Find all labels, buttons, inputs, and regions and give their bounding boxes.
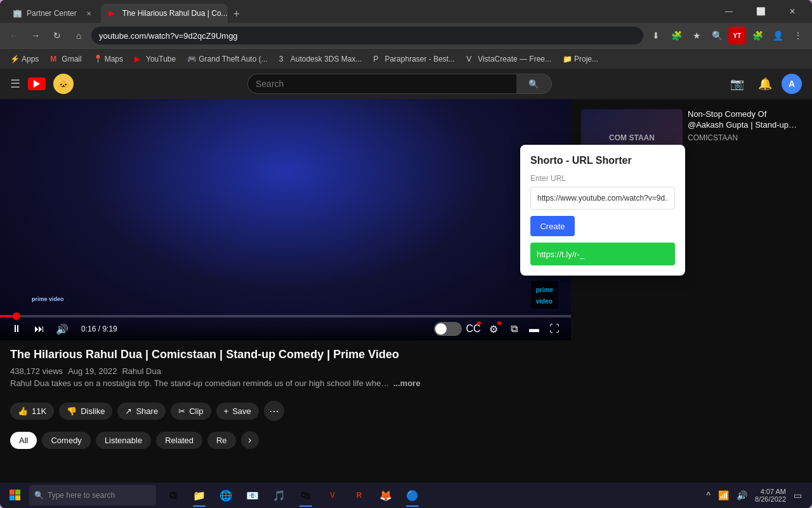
taskbar-app-ext1[interactable]: V — [320, 483, 345, 508]
dislike-button[interactable]: 👎 Dislike — [59, 403, 112, 420]
taskbar-app-edge[interactable]: 🔵 — [400, 483, 425, 508]
taskbar-app-explorer[interactable]: 📁 — [187, 483, 212, 508]
theater-mode-button[interactable]: ▬ — [525, 320, 543, 338]
taskbar: 🔍 Type here to search ⧉ 📁 🌐 📧 🎵 🛍 — [0, 483, 812, 508]
category-pills: All Comedy Listenable Related Re › — [0, 426, 571, 454]
volume-button[interactable]: 🔊 — [53, 320, 71, 338]
taskbar-chevron[interactable]: ^ — [704, 490, 713, 500]
user-avatar[interactable]: A — [782, 74, 802, 94]
taskbar-app-ext3[interactable]: 🦊 — [373, 483, 398, 508]
gmail-icon: M — [50, 55, 59, 64]
sidebar-video-info: Non-Stop Comedy Of @Aakash Gupta | Stand… — [688, 109, 802, 166]
like-button[interactable]: 👍 11K — [10, 403, 54, 420]
back-button[interactable]: ← — [5, 27, 23, 44]
youtube-logo[interactable] — [28, 77, 46, 90]
favorites-icon[interactable]: ★ — [688, 27, 705, 44]
yt-extension[interactable]: YT — [728, 27, 746, 44]
bookmark-gmail[interactable]: M Gmail — [45, 51, 86, 67]
extension-icon[interactable]: 🧩 — [667, 27, 685, 44]
sidebar-channel: COMICSTAAN — [688, 133, 802, 142]
next-button[interactable]: ⏭ — [30, 320, 48, 338]
hamburger-menu[interactable]: ☰ — [10, 77, 20, 91]
search-button[interactable]: 🔍 — [516, 74, 552, 94]
like-icon: 👍 — [18, 406, 28, 416]
pill-related[interactable]: Related — [156, 432, 202, 449]
tab-youtube[interactable]: ▶ The Hilarious Rahul Dua | Co... ✕ — [101, 4, 228, 23]
search-box: 🔍 — [247, 74, 552, 94]
start-button[interactable] — [3, 483, 28, 508]
pill-all[interactable]: All — [10, 432, 37, 449]
pill-comedy[interactable]: Comedy — [42, 432, 90, 449]
bookmark-maps[interactable]: 📍 Maps — [88, 51, 128, 67]
dislike-icon: 👎 — [67, 406, 77, 416]
download-icon[interactable]: ⬇ — [647, 27, 665, 44]
close-button[interactable]: ✕ — [778, 2, 807, 21]
menu-icon[interactable]: ⋮ — [789, 27, 807, 44]
share-button[interactable]: ↗ Share — [117, 403, 166, 420]
autoplay-toggle[interactable] — [434, 322, 462, 336]
more-link[interactable]: ...more — [393, 378, 421, 388]
header-icons: 📷 🔔 A — [726, 72, 802, 95]
right-controls: CC ⚙ ⧉ ▬ ⛶ — [434, 320, 563, 338]
more-actions-button[interactable]: ⋯ — [264, 401, 284, 421]
pill-listenable[interactable]: Listenable — [96, 432, 151, 449]
bookmark-project[interactable]: 📁 Proje... — [558, 51, 603, 67]
zoom-icon[interactable]: 🔍 — [708, 27, 726, 44]
profile-icon[interactable]: 👤 — [769, 27, 787, 44]
tab-youtube-label: The Hilarious Rahul Dua | Co... — [122, 9, 228, 18]
bookmark-vistacreate[interactable]: V VistaCreate — Free... — [461, 51, 556, 67]
bookmark-gta[interactable]: 🎮 Grand Theft Auto (... — [182, 51, 273, 67]
maps-icon: 📍 — [93, 55, 102, 64]
play-pause-button[interactable]: ⏸ — [8, 320, 25, 338]
bell-icon[interactable]: 🔔 — [754, 72, 776, 95]
taskbar-app-task-view[interactable]: ⧉ — [160, 483, 185, 508]
like-count: 11K — [32, 406, 46, 416]
tab-strip: 🏢 Partner Center ✕ ▶ The Hilarious Rahul… — [5, 0, 712, 23]
taskbar-clock[interactable]: 4:07 AM 8/26/2022 — [752, 488, 789, 503]
taskbar-app-media[interactable]: 🎵 — [266, 483, 292, 508]
tab-partner-center[interactable]: 🏢 Partner Center ✕ — [5, 4, 101, 23]
bookmarks-bar: ⚡ Apps M Gmail 📍 Maps ▶ YouTube 🎮 Grand … — [0, 48, 812, 69]
cc-button[interactable]: CC — [464, 320, 482, 338]
taskbar-app-browser[interactable]: 🌐 — [213, 483, 239, 508]
volume-taskbar-icon[interactable]: 🔊 — [734, 490, 750, 500]
youtube-logo-icon — [28, 77, 46, 90]
bookmark-paraphraser[interactable]: P Paraphraser - Best... — [368, 51, 460, 67]
taskbar-app-ext2[interactable]: R — [346, 483, 372, 508]
shorto-create-button[interactable]: Create — [530, 216, 575, 236]
home-button[interactable]: ⌂ — [70, 27, 88, 44]
taskbar-right: ^ 📶 🔊 4:07 AM 8/26/2022 ▭ — [704, 488, 809, 503]
miniplayer-button[interactable]: ⧉ — [505, 320, 523, 338]
maximize-button[interactable]: ⬜ — [746, 2, 775, 21]
pills-next-button[interactable]: › — [241, 431, 259, 449]
shorto-url-input[interactable] — [530, 187, 675, 210]
tab-partner-close[interactable]: ✕ — [84, 9, 93, 18]
bookmark-3ds[interactable]: 3 Autodesk 3DS Max... — [274, 51, 367, 67]
taskbar-app-mail[interactable]: 📧 — [240, 483, 265, 508]
settings-button[interactable]: ⚙ — [485, 320, 502, 338]
network-icon[interactable]: 📶 — [716, 490, 731, 500]
new-tab-button[interactable]: + — [228, 5, 246, 23]
taskbar-apps: ⧉ 📁 🌐 📧 🎵 🛍 V R — [157, 483, 428, 508]
extensions-puzzle[interactable]: 🧩 — [749, 27, 766, 44]
dislike-label: Dislike — [81, 406, 105, 416]
address-input[interactable] — [91, 27, 643, 44]
forward-button[interactable]: → — [27, 27, 44, 44]
taskbar-search[interactable]: 🔍 Type here to search — [29, 485, 156, 505]
minimize-button[interactable]: — — [714, 2, 743, 21]
camera-icon[interactable]: 📷 — [726, 72, 749, 95]
pill-re[interactable]: Re — [207, 432, 236, 449]
bookmark-apps[interactable]: ⚡ Apps — [5, 51, 44, 67]
search-input[interactable] — [247, 74, 516, 94]
show-desktop-button[interactable]: ▭ — [791, 490, 804, 500]
taskbar-app-store[interactable]: 🛍 — [293, 483, 318, 508]
bookmark-youtube[interactable]: ▶ YouTube — [129, 51, 181, 67]
video-player[interactable]: prime video COMICSTAAN primevideo — [0, 99, 571, 340]
clip-button[interactable]: ✂ Clip — [171, 403, 211, 420]
fullscreen-button[interactable]: ⛶ — [546, 320, 563, 338]
view-count: 438,172 views — [10, 366, 63, 376]
reload-button[interactable]: ↻ — [48, 27, 66, 44]
app-indicator — [193, 505, 206, 507]
save-button[interactable]: + Save — [216, 403, 259, 420]
ext2-icon: R — [357, 491, 362, 500]
